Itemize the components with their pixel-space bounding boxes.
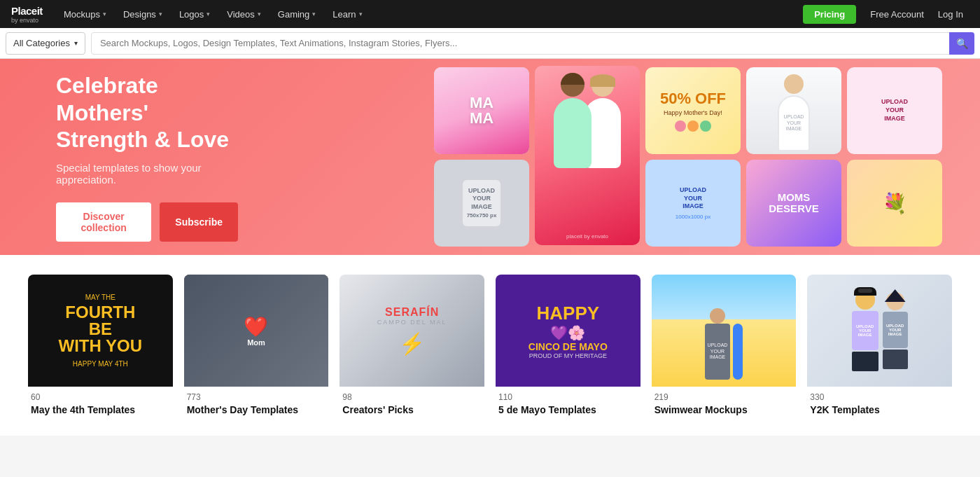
collection-count-1: 773 (187, 392, 326, 402)
collection-thumb-star-wars: MAY THE FOURTHBEWITH YOU HAPPY MAY 4TH (28, 275, 173, 387)
hero-card-mothers-photo: MAMA (434, 67, 529, 154)
collection-count-2: 98 (342, 392, 482, 402)
chevron-down-icon: ▾ (103, 11, 106, 18)
collection-name-5: Y2K Templates (810, 404, 879, 415)
collections-section: MAY THE FOURTHBEWITH YOU HAPPY MAY 4TH 6… (0, 255, 980, 436)
hero-col-1: MAMA UPLOADYOURIMAGE750x750 px (434, 67, 529, 247)
moms-deserve-text: MOMS DESERVE (752, 188, 836, 219)
fifty-off-text: 50% OFF (660, 90, 726, 108)
hero-col-2: placeit by envato (535, 66, 640, 248)
nav-logos[interactable]: Logos ▾ (172, 0, 217, 28)
brand-by: by envato (11, 17, 43, 24)
navbar: Placeit by envato Mockups ▾ Designs ▾ Lo… (0, 0, 980, 28)
collection-count-5: 330 (810, 392, 949, 402)
happy-mothers-text: Happy Mother's Day! (660, 109, 726, 116)
free-account-link[interactable]: Free Account (864, 9, 930, 20)
collection-thumb-cinco: HAPPY 💜🌸 CINCO DE MAYO PROUD OF MY HERIT… (496, 275, 640, 387)
collection-name-1: Mother's Day Templates (187, 404, 298, 415)
collection-count-0: 60 (31, 392, 170, 402)
hero-main-photo: placeit by envato (535, 66, 640, 245)
search-input[interactable] (91, 32, 974, 55)
chevron-down-icon: ▾ (159, 11, 162, 18)
hero-title: Celebrate Mothers' Strength & Love (56, 72, 238, 153)
hero-card-fifty-off: 50% OFF Happy Mother's Day! (645, 67, 741, 154)
collection-thumb-creators: SERAFÍN CAMPO DEL MAL ⚡ (340, 275, 484, 387)
collection-thumb-mothers: ❤️ Mom (184, 275, 329, 387)
hero-card-couple: 💐 (847, 160, 942, 247)
collection-card-cinco[interactable]: HAPPY 💜🌸 CINCO DE MAYO PROUD OF MY HERIT… (496, 275, 640, 422)
search-button[interactable]: 🔍 (949, 32, 974, 55)
hero-col-4: UPLOADYOURIMAGE MOMS DESERVE (746, 67, 841, 247)
pricing-button[interactable]: Pricing (803, 5, 856, 24)
chevron-down-icon: ▾ (74, 39, 78, 47)
search-input-wrap: 🔍 (91, 32, 974, 55)
login-link[interactable]: Log In (932, 9, 969, 20)
hero-content: Celebrate Mothers' Strength & Love Speci… (0, 72, 294, 241)
collection-name-4: Swimwear Mockups (654, 404, 748, 415)
collection-name-0: May the 4th Templates (31, 404, 135, 415)
category-dropdown[interactable]: All Categories ▾ (6, 32, 85, 55)
category-label: All Categories (13, 38, 70, 48)
collection-card-mothers[interactable]: ❤️ Mom 773 Mother's Day Templates (184, 275, 329, 422)
upload-size-text: 1000x1000 px (676, 214, 710, 220)
collection-card-y2k[interactable]: UPLOADYOURIMAGE UPLOADYOURIMAGE (807, 275, 952, 422)
chevron-down-icon: ▾ (258, 11, 261, 18)
collection-name-3: 5 de Mayo Templates (498, 404, 596, 415)
nav-videos[interactable]: Videos ▾ (220, 0, 268, 28)
hero-col-3: 50% OFF Happy Mother's Day! UPLOADYOURIM… (645, 67, 741, 247)
hero-card-woman-white: UPLOADYOURIMAGE (746, 67, 841, 154)
brand-logo[interactable]: Placeit by envato (11, 5, 43, 24)
brand-name: Placeit (11, 5, 43, 17)
discover-collection-button[interactable]: Discover collection (56, 202, 151, 242)
collection-thumb-swimwear: UPLOADYOURIMAGE (652, 275, 797, 387)
collection-name-2: Creators' Picks (342, 404, 413, 415)
collection-card-creators[interactable]: SERAFÍN CAMPO DEL MAL ⚡ 98 Creators' Pic… (340, 275, 484, 422)
chevron-down-icon: ▾ (206, 11, 210, 18)
nav-designs[interactable]: Designs ▾ (116, 0, 169, 28)
collection-card-star-wars[interactable]: MAY THE FOURTHBEWITH YOU HAPPY MAY 4TH 6… (28, 275, 173, 422)
hero-subtitle: Special templates to show your appreciat… (56, 162, 238, 186)
nav-learn[interactable]: Learn ▾ (326, 0, 369, 28)
search-bar: All Categories ▾ 🔍 (0, 28, 980, 59)
collection-count-3: 110 (498, 392, 638, 402)
subscribe-button[interactable]: Subscribe (160, 202, 238, 242)
hero-banner: Celebrate Mothers' Strength & Love Speci… (0, 59, 980, 255)
hero-col-5: UPLOADYOURIMAGE 💐 (847, 67, 942, 247)
collection-card-swimwear[interactable]: UPLOADYOURIMAGE 219 Swimwear Mockups (652, 275, 797, 422)
collection-thumb-y2k: UPLOADYOURIMAGE UPLOADYOURIMAGE (807, 275, 952, 387)
collection-count-4: 219 (654, 392, 794, 402)
hero-card-upload-3: UPLOADYOURIMAGE (847, 67, 942, 154)
hero-card-moms-deserve: MOMS DESERVE (746, 160, 841, 247)
chevron-down-icon: ▾ (359, 11, 363, 18)
hero-collage: MAMA UPLOADYOURIMAGE750x750 px (434, 59, 980, 255)
collections-grid: MAY THE FOURTHBEWITH YOU HAPPY MAY 4TH 6… (28, 275, 952, 422)
hero-buttons: Discover collection Subscribe (56, 202, 238, 242)
nav-mockups[interactable]: Mockups ▾ (57, 0, 113, 28)
nav-gaming[interactable]: Gaming ▾ (271, 0, 323, 28)
hero-card-upload-2: UPLOADYOURIMAGE 1000x1000 px (645, 160, 741, 247)
search-icon: 🔍 (956, 38, 968, 49)
hero-card-upload-1: UPLOADYOURIMAGE750x750 px (434, 160, 529, 247)
chevron-down-icon: ▾ (312, 11, 316, 18)
